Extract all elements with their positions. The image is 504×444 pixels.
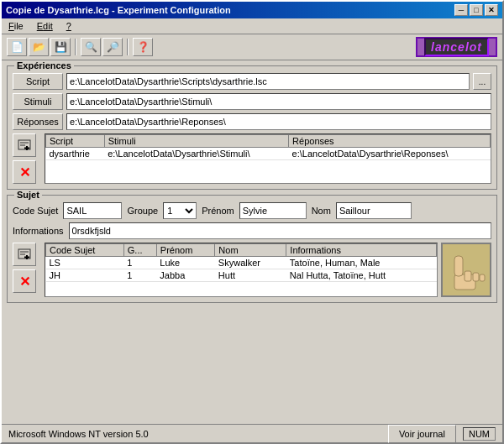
col-stimuli: Stimuli xyxy=(104,135,288,148)
table-row[interactable]: LS 1 Luke Skywalker Tatoïne, Human, Male xyxy=(46,257,437,269)
num-badge: NUM xyxy=(463,427,496,441)
voir-journal-button[interactable]: Voir journal xyxy=(388,425,456,443)
cell-reponses: e:\LancelotData\Dysarthrie\Reponses\ xyxy=(289,148,491,160)
svg-rect-14 xyxy=(473,273,479,281)
cell-nom: Hutt xyxy=(215,269,286,282)
col-code-sujet: Code Sujet xyxy=(46,244,124,257)
window-controls: ─ □ ✕ xyxy=(454,4,498,16)
sujet-table: Code Sujet G... Prénom Nom Informations … xyxy=(45,243,438,297)
col-informations: Informations xyxy=(286,244,437,257)
groupe-label: Groupe xyxy=(127,206,158,216)
table-row[interactable]: dysarthrie e:\LancelotData\Dysarthrie\St… xyxy=(46,148,491,160)
stimuli-row: Stimuli xyxy=(13,93,491,110)
sujet-title: Sujet xyxy=(14,190,42,200)
informations-label: Informations xyxy=(13,226,64,236)
cell-nom: Skywalker xyxy=(215,257,286,269)
thumbs-up-icon xyxy=(444,245,490,295)
toolbar-find1-button[interactable]: 🔍 xyxy=(81,38,101,56)
experiences-table: Script Stimuli Réponses dysarthrie e:\La… xyxy=(45,133,491,184)
status-text: Microsoft Windows NT version 5.0 xyxy=(8,429,149,439)
col-nom: Nom xyxy=(215,244,286,257)
code-sujet-label: Code Sujet xyxy=(13,206,58,216)
sujet-lower-area: ✕ Code Sujet G... Prénom Nom Information… xyxy=(13,243,491,297)
experiences-title: Expériences xyxy=(14,60,74,71)
svg-rect-15 xyxy=(480,274,485,281)
delete-icon: ✕ xyxy=(19,165,30,180)
status-bar: Microsoft Windows NT version 5.0 Voir jo… xyxy=(2,424,502,442)
col-groupe: G... xyxy=(123,244,156,257)
toolbar-save-button[interactable]: 💾 xyxy=(50,38,71,56)
cell-informations: Nal Hutta, Tatoïne, Hutt xyxy=(286,269,437,282)
stimuli-button[interactable]: Stimuli xyxy=(13,93,63,110)
experiences-table-area: ✕ Script Stimuli Réponses dysar xyxy=(13,133,491,184)
cell-groupe: 1 xyxy=(123,257,156,269)
experiences-add-button[interactable] xyxy=(13,133,36,157)
script-row: Script ... xyxy=(13,73,491,90)
title-bar: Copie de Dysarthrie.lcg - Experiment Con… xyxy=(2,2,502,18)
cell-prenom: Jabba xyxy=(156,269,215,282)
menu-bar: File Edit ? xyxy=(2,18,502,34)
toolbar-open-button[interactable]: 📂 xyxy=(29,38,49,56)
sujet-form-row-1: Code Sujet Groupe 123 Prénom Nom xyxy=(13,202,491,219)
informations-input[interactable] xyxy=(69,222,491,239)
reponses-row: Réponses xyxy=(13,113,491,130)
stimuli-input[interactable] xyxy=(66,93,491,110)
prenom-label: Prénom xyxy=(202,206,234,216)
sujet-delete-button[interactable]: ✕ xyxy=(13,269,36,293)
sujet-side-buttons: ✕ xyxy=(13,243,36,297)
col-prenom: Prénom xyxy=(156,244,215,257)
svg-rect-13 xyxy=(465,271,471,281)
toolbar: 📄 📂 💾 🔍 🔎 ❓ lancelot xyxy=(2,34,502,60)
cell-script: dysarthrie xyxy=(46,148,105,160)
cell-code: JH xyxy=(46,269,124,282)
main-window: Copie de Dysarthrie.lcg - Experiment Con… xyxy=(0,0,504,444)
close-button[interactable]: ✕ xyxy=(485,4,498,16)
menu-help[interactable]: ? xyxy=(63,20,75,32)
toolbar-separator-2 xyxy=(127,39,129,55)
logo: lancelot xyxy=(416,37,497,57)
code-sujet-input[interactable] xyxy=(63,202,122,219)
minimize-button[interactable]: ─ xyxy=(454,4,468,16)
table-row[interactable]: JH 1 Jabba Hutt Nal Hutta, Tatoïne, Hutt xyxy=(46,269,437,282)
toolbar-new-button[interactable]: 📄 xyxy=(7,38,27,56)
nom-input[interactable] xyxy=(336,202,412,219)
reponses-input[interactable] xyxy=(66,113,491,130)
script-input[interactable] xyxy=(66,73,470,90)
toolbar-find2-button[interactable]: 🔎 xyxy=(102,38,123,56)
prenom-input[interactable] xyxy=(239,202,307,219)
groupe-select[interactable]: 123 xyxy=(163,202,197,219)
cell-stimuli: e:\LancelotData\Dysarthrie\Stimuli\ xyxy=(104,148,288,160)
main-content: Expériences Script ... Stimuli Réponses xyxy=(2,60,502,424)
cell-informations: Tatoïne, Human, Male xyxy=(286,257,437,269)
toolbar-separator-1 xyxy=(75,39,76,55)
sujet-group: Sujet Code Sujet Groupe 123 Prénom Nom I… xyxy=(7,195,497,303)
menu-edit[interactable]: Edit xyxy=(34,20,56,32)
cell-prenom: Luke xyxy=(156,257,215,269)
thumb-image xyxy=(441,243,491,297)
maximize-button[interactable]: □ xyxy=(470,4,483,16)
menu-file[interactable]: File xyxy=(5,20,27,32)
add-icon-2 xyxy=(18,248,31,261)
sujet-form-row-2: Informations xyxy=(13,222,491,239)
add-icon xyxy=(18,138,31,152)
col-reponses: Réponses xyxy=(289,135,491,148)
experiences-group: Expériences Script ... Stimuli Réponses xyxy=(7,65,497,190)
nom-label: Nom xyxy=(312,206,331,216)
col-script: Script xyxy=(46,135,105,148)
script-button[interactable]: Script xyxy=(13,73,63,90)
sujet-delete-icon: ✕ xyxy=(19,274,30,290)
status-right: Voir journal NUM xyxy=(388,425,496,443)
reponses-button[interactable]: Réponses xyxy=(13,113,63,130)
script-browse-button[interactable]: ... xyxy=(473,73,491,90)
cell-code: LS xyxy=(46,257,124,269)
experiences-delete-button[interactable]: ✕ xyxy=(13,160,36,184)
title-text: Copie de Dysarthrie.lcg - Experiment Con… xyxy=(6,5,231,15)
experiences-side-buttons: ✕ xyxy=(13,133,36,184)
toolbar-help-button[interactable]: ❓ xyxy=(133,38,153,56)
cell-groupe: 1 xyxy=(123,269,156,282)
sujet-add-button[interactable] xyxy=(13,243,36,266)
svg-rect-12 xyxy=(454,256,463,276)
